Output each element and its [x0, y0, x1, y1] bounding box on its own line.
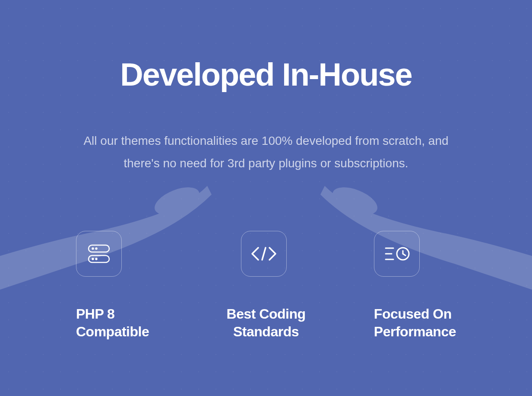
code-icon [241, 231, 287, 277]
svg-point-6 [92, 258, 94, 259]
hero-title: Developed In-House [120, 56, 412, 93]
svg-rect-3 [89, 255, 109, 262]
hero-subtitle: All our themes functionalities are 100% … [67, 130, 465, 175]
svg-line-8 [262, 248, 266, 260]
list-clock-icon [374, 231, 420, 277]
feature-performance: Focused On Performance [352, 231, 456, 341]
feature-php8: PHP 8 Compatible [76, 231, 180, 341]
svg-line-14 [403, 254, 405, 255]
feature-coding: Best Coding Standards [214, 231, 318, 341]
features-row: PHP 8 Compatible Best Coding Standards [72, 231, 460, 341]
feature-label: PHP 8 Compatible [76, 305, 149, 341]
feature-label: Best Coding Standards [227, 305, 306, 341]
svg-rect-2 [89, 245, 109, 252]
svg-point-4 [92, 248, 94, 249]
svg-point-7 [96, 258, 97, 259]
feature-label: Focused On Performance [374, 305, 456, 341]
svg-point-5 [96, 248, 97, 249]
server-icon [76, 231, 122, 277]
